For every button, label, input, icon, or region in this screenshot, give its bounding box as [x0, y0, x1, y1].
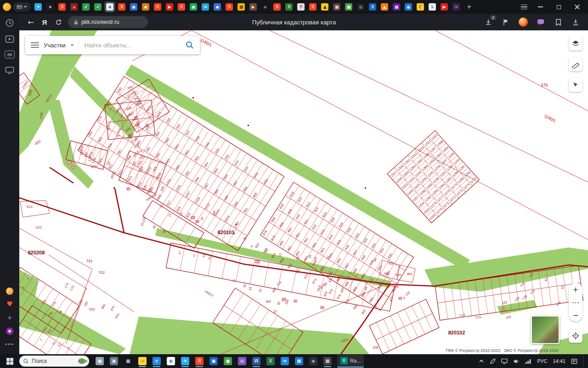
browser-tab[interactable]: ✈ — [33, 1, 44, 12]
browser-tab[interactable]: B — [367, 1, 378, 12]
taskbar-app-icon[interactable]: ■ — [294, 355, 304, 367]
browser-tab[interactable]: Я — [224, 1, 235, 12]
bookmark-button[interactable] — [501, 17, 511, 27]
screen-share-icon[interactable] — [5, 65, 14, 75]
category-chevron-icon[interactable] — [70, 44, 74, 46]
taskbar-app-icon[interactable]: ◉ — [166, 355, 176, 367]
browser-tab[interactable]: k — [427, 1, 438, 12]
browser-tab[interactable]: ☠ — [451, 1, 462, 12]
account-button[interactable] — [518, 17, 528, 27]
browser-tab[interactable]: C — [415, 1, 426, 12]
taskbar-app-icon[interactable]: ≡ — [280, 355, 290, 367]
browser-tab[interactable]: Я — [283, 1, 294, 12]
browser-tab[interactable]: ⌂ — [68, 1, 79, 12]
messenger-button[interactable] — [536, 17, 546, 27]
address-bar[interactable]: pkk.rosreestr.ru — [68, 16, 148, 28]
browser-tab[interactable]: ▲ — [379, 1, 390, 12]
sidebar-tab-counter[interactable]: 89 — [5, 51, 15, 58]
browser-tab[interactable]: Я — [57, 1, 68, 12]
browser-tab[interactable]: ▶ — [439, 1, 450, 12]
notification-icon[interactable] — [571, 358, 577, 364]
search-icon[interactable] — [185, 40, 194, 50]
browser-tab[interactable]: ◆ — [140, 1, 151, 12]
taskbar-app-icon[interactable]: ✈ — [180, 355, 190, 367]
taskbar-app-icon[interactable]: ▱ — [137, 355, 147, 367]
taskbar-app-icon[interactable]: Я — [194, 355, 204, 367]
language-indicator[interactable]: РУС — [537, 358, 547, 364]
taskbar-app-icon[interactable]: ● — [95, 355, 105, 367]
browser-tab[interactable]: ● — [403, 1, 414, 12]
browser-tab[interactable]: Я — [271, 1, 283, 12]
taskbar-app-icon[interactable]: W — [251, 355, 261, 367]
browser-tab[interactable]: ▲ — [319, 1, 330, 12]
browser-tab[interactable]: ◈ — [104, 1, 115, 12]
cadastral-map[interactable]: 1330/111951307/2119665019018017617840497… — [19, 30, 588, 354]
browser-menu-button[interactable] — [518, 1, 530, 13]
clock[interactable]: 14:41 — [553, 358, 565, 364]
taskbar-app-icon[interactable]: ● — [223, 355, 233, 367]
history-clock-icon[interactable] — [5, 18, 14, 28]
browser-tab[interactable]: ◆ — [212, 1, 223, 12]
taskbar-app-button[interactable]: R Ra... — [337, 355, 364, 368]
show-desktop-button[interactable] — [583, 354, 585, 368]
tab-counter[interactable]: 89 — [13, 2, 31, 12]
zoom-in-button[interactable]: + — [569, 283, 582, 296]
browser-tab[interactable]: ▶ — [248, 1, 259, 12]
browser-tab[interactable]: ✉ — [200, 1, 211, 12]
select-arrow-button[interactable] — [569, 78, 582, 92]
browser-tab[interactable]: ■ — [331, 1, 342, 12]
new-tab-button[interactable]: + — [464, 1, 475, 12]
back-button[interactable]: ← — [24, 16, 38, 29]
refresh-button[interactable] — [51, 16, 65, 29]
browser-tab[interactable]: ■ — [236, 1, 247, 12]
zoom-more-button[interactable]: ⋯ — [569, 296, 582, 309]
menu-icon[interactable] — [31, 42, 39, 48]
browser-tab[interactable]: ◆ — [260, 1, 271, 12]
search-category[interactable]: Участки — [44, 42, 66, 49]
taskbar-app-icon[interactable]: ■ — [322, 355, 333, 367]
zoom-out-button[interactable]: − — [569, 309, 582, 322]
downloads-button[interactable]: 2 — [483, 17, 493, 27]
browser-tab[interactable]: ▶ — [164, 1, 175, 12]
taskbar-app-icon[interactable]: ◆ — [308, 355, 318, 367]
start-button[interactable] — [0, 354, 19, 368]
sidebar-more-button[interactable]: ••• — [5, 341, 14, 348]
layers-button[interactable] — [569, 37, 582, 51]
display-icon[interactable] — [501, 358, 508, 364]
basemap-preview[interactable] — [531, 316, 560, 344]
ruler-button[interactable] — [569, 58, 582, 71]
emoji-status-icon[interactable] — [6, 288, 13, 295]
browser-tab[interactable]: Я — [307, 1, 318, 12]
browser-tab[interactable]: ● — [188, 1, 199, 12]
taskbar-app-icon[interactable]: ▦ — [123, 355, 133, 367]
search-input[interactable] — [84, 41, 181, 49]
alice-icon[interactable] — [6, 328, 13, 335]
volume-icon[interactable] — [513, 358, 520, 364]
taskbar-app-icon[interactable]: ◎ — [237, 355, 247, 367]
browser-tab[interactable]: Я — [176, 1, 187, 12]
browser-tab[interactable]: ■ — [355, 1, 366, 12]
browser-tab[interactable]: Я — [152, 1, 163, 12]
browser-tab[interactable]: Я — [116, 1, 127, 12]
taskbar-search[interactable]: Поиск — [19, 356, 89, 367]
maximize-button[interactable] — [550, 0, 567, 14]
taskbar-app-icon[interactable]: ▣ — [209, 355, 219, 367]
browser-tab[interactable]: ✔ — [92, 1, 103, 12]
browser-tab[interactable]: Я — [295, 1, 306, 12]
tray-expand-icon[interactable] — [479, 358, 484, 364]
collections-button[interactable] — [553, 17, 563, 27]
browser-tab[interactable]: ★ — [45, 1, 56, 12]
pen-icon[interactable] — [490, 358, 496, 364]
browser-tab[interactable]: ■ — [343, 1, 354, 12]
minimize-button[interactable] — [532, 0, 548, 14]
yandex-home-button[interactable]: Я — [38, 18, 51, 26]
profile-avatar-icon[interactable] — [3, 3, 11, 11]
taskbar-app-icon[interactable]: ▣ — [109, 355, 119, 367]
sidebar-add-button[interactable]: + — [7, 314, 12, 322]
favorites-heart-icon[interactable]: ♥ — [6, 301, 12, 308]
geolocation-button[interactable] — [569, 329, 582, 343]
close-button[interactable] — [569, 0, 585, 14]
taskbar-app-icon[interactable]: X — [266, 355, 276, 367]
browser-tab[interactable]: ✔ — [80, 1, 91, 12]
network-icon[interactable] — [525, 358, 531, 364]
